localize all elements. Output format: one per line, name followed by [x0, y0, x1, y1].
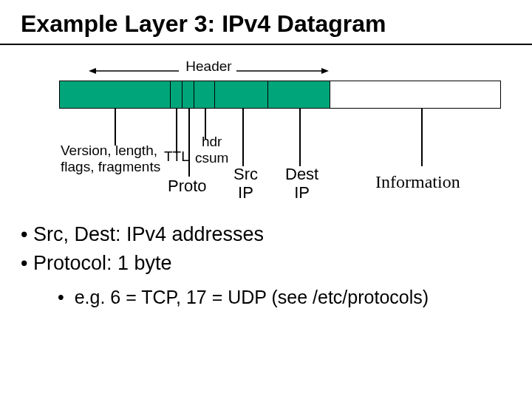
svg-marker-3: [321, 68, 329, 74]
label-proto: Proto: [168, 177, 207, 195]
seg-ttl: [171, 81, 183, 108]
double-arrow-icon: [89, 66, 329, 76]
leader-destip: [299, 109, 301, 166]
seg-csum: [194, 81, 215, 108]
bullet-2a-text: e.g. 6 = TCP, 17 = UDP (see /etc/protoco…: [75, 287, 429, 307]
bullet-2a: • e.g. 6 = TCP, 17 = UDP (see /etc/proto…: [21, 284, 429, 310]
seg-info: [330, 81, 500, 108]
seg-srcip: [215, 81, 268, 108]
bullet-list: • Src, Dest: IPv4 addresses • Protocol: …: [21, 220, 429, 311]
label-destip: Dest IP: [285, 165, 318, 202]
label-srcip: Src IP: [233, 165, 258, 202]
leader-srcip: [242, 109, 244, 166]
leader-info: [421, 109, 423, 166]
leader-vlff: [115, 109, 116, 146]
bullet-2: • Protocol: 1 byte: [21, 249, 429, 278]
bullet-2-text: Protocol: 1 byte: [33, 252, 172, 274]
header-extent-arrow: Header: [89, 58, 329, 75]
bullet-1: • Src, Dest: IPv4 addresses: [21, 220, 429, 249]
svg-marker-2: [89, 68, 96, 74]
page-title: Example Layer 3: IPv4 Datagram: [0, 0, 532, 44]
leader-ttl: [176, 109, 177, 153]
datagram-bar: [59, 81, 501, 109]
label-info: Information: [375, 172, 460, 193]
seg-proto: [183, 81, 194, 108]
label-vlff: Version, length, flags, fragments: [61, 143, 160, 175]
label-hdrcsum: hdr csum: [195, 134, 228, 166]
leader-proto: [188, 109, 190, 177]
bullet-1-text: Src, Dest: IPv4 addresses: [33, 223, 264, 245]
datagram-diagram: Header Version, length, flags, fragments…: [0, 45, 532, 200]
seg-vlff: [60, 81, 171, 108]
label-ttl: TTL: [164, 149, 189, 165]
seg-destip: [268, 81, 330, 108]
